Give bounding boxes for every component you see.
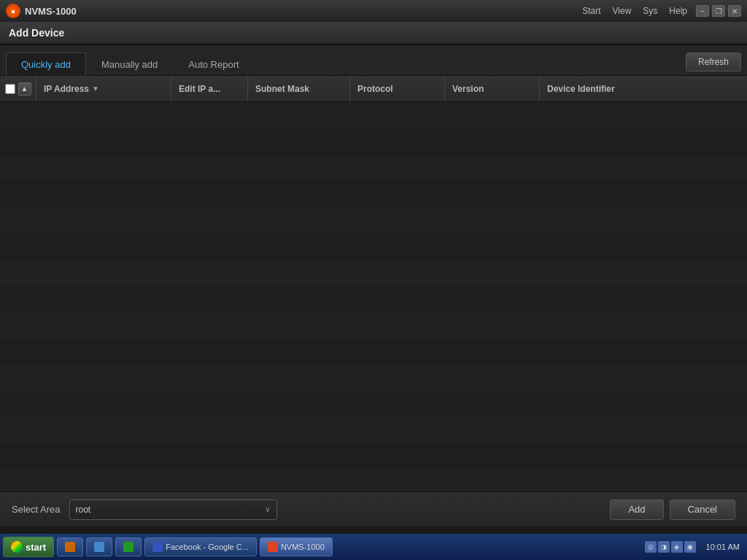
sort-button[interactable]: ▲ — [18, 82, 31, 96]
system-clock: 10:01 AM — [702, 542, 744, 551]
main-window: Add Device Quickly add Manually add Auto… — [0, 22, 747, 526]
menu-start[interactable]: Start — [582, 6, 600, 16]
title-bar-left: ● NVMS-1000 — [6, 4, 77, 18]
minimize-button[interactable]: − — [696, 5, 709, 17]
bottom-bar: Select Area root ∨ Add Cancel — [0, 491, 747, 526]
title-bar-controls: − ❐ ✕ — [696, 5, 741, 17]
add-button[interactable]: Add — [610, 499, 663, 520]
tab-quickly-add[interactable]: Quickly add — [6, 52, 86, 76]
header-version: Version — [445, 76, 540, 101]
browser3-icon — [123, 542, 133, 552]
windows-logo-icon — [11, 541, 23, 553]
nvms-icon — [268, 542, 278, 552]
dropdown-value: root — [76, 505, 91, 515]
tray-icon-4: ◉ — [684, 541, 696, 553]
tab-bar: Quickly add Manually add Auto Report Ref… — [0, 45, 747, 76]
browser2-icon — [94, 542, 104, 552]
dialog-header: Add Device — [0, 22, 747, 45]
facebook-icon — [152, 542, 163, 552]
maximize-button[interactable]: ❐ — [712, 5, 725, 17]
taskbar-right: ◎ ◑ ◈ ◉ 10:01 AM — [642, 541, 744, 553]
taskbar-item-nvms[interactable]: NVMS-1000 — [260, 537, 333, 556]
tray-icon-2: ◑ — [658, 541, 670, 553]
tray-icon-3: ◈ — [671, 541, 683, 553]
dialog-title: Add Device — [9, 27, 64, 39]
system-tray: ◎ ◑ ◈ ◉ — [642, 541, 699, 553]
title-bar-menu: Start View Sys Help — [582, 6, 687, 16]
tray-icon-1: ◎ — [645, 541, 657, 553]
app-title: NVMS-1000 — [25, 6, 77, 17]
header-checkbox-cell: ▲ — [0, 76, 36, 101]
table-header: ▲ IP Address ▼ Edit IP a... Subnet Mask … — [0, 76, 747, 102]
device-table: ▲ IP Address ▼ Edit IP a... Subnet Mask … — [0, 76, 747, 491]
dropdown-arrow-icon: ∨ — [265, 505, 271, 514]
cancel-button[interactable]: Cancel — [670, 499, 735, 520]
taskbar-item-browser1[interactable] — [57, 537, 83, 556]
taskbar-item-facebook[interactable]: Facebook - Google C... — [144, 537, 257, 556]
tab-auto-report[interactable]: Auto Report — [173, 52, 254, 76]
header-ip-address: IP Address ▼ — [36, 76, 171, 101]
menu-help[interactable]: Help — [669, 6, 687, 16]
select-all-checkbox[interactable] — [5, 84, 15, 94]
tab-manually-add[interactable]: Manually add — [86, 52, 173, 76]
bottom-actions: Add Cancel — [610, 499, 735, 520]
refresh-button[interactable]: Refresh — [686, 52, 741, 71]
taskbar: start Facebook - Google C... NVMS-1000 ◎… — [0, 534, 747, 560]
taskbar-item-browser3[interactable] — [115, 537, 142, 556]
header-edit-ip: Edit IP a... — [171, 76, 248, 101]
taskbar-item-browser2[interactable] — [86, 537, 112, 556]
select-area-dropdown[interactable]: root ∨ — [69, 499, 277, 520]
select-area-label: Select Area — [12, 504, 61, 515]
title-bar: ● NVMS-1000 Start View Sys Help − ❐ ✕ — [0, 0, 747, 22]
table-body — [0, 102, 747, 491]
close-button[interactable]: ✕ — [728, 5, 741, 17]
start-button[interactable]: start — [3, 537, 54, 557]
ip-sort-icon[interactable]: ▼ — [92, 85, 99, 93]
app-logo-icon: ● — [6, 4, 20, 18]
browser1-icon — [65, 542, 75, 552]
menu-sys[interactable]: Sys — [643, 6, 657, 16]
header-device-identifier: Device Identifier — [540, 76, 747, 101]
header-protocol: Protocol — [350, 76, 445, 101]
header-subnet-mask: Subnet Mask — [248, 76, 350, 101]
menu-view[interactable]: View — [613, 6, 632, 16]
